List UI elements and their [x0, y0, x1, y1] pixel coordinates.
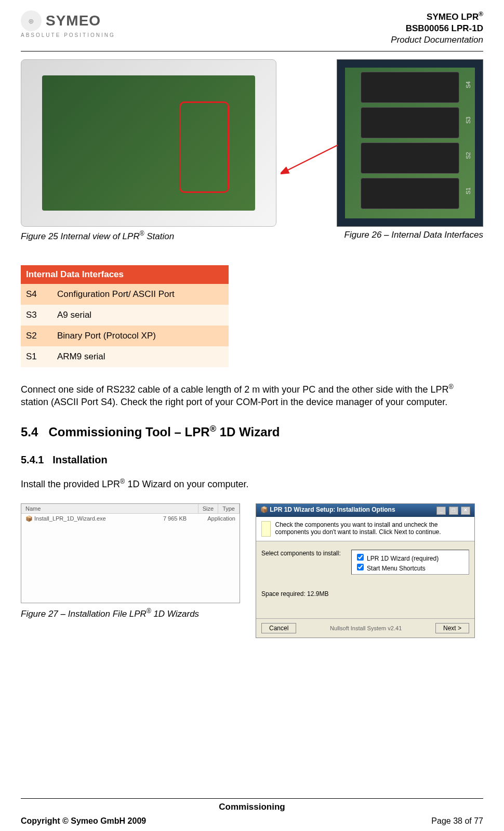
installer-titlebar: 📦 LPR 1D Wizard Setup: Installation Opti…	[256, 504, 474, 517]
logo-subtitle: ABSOLUTE POSITIONING	[21, 32, 115, 38]
installer-desc: Check the components you want to install…	[275, 521, 469, 537]
hdr-line2: BSB00056 LPR-1D	[391, 23, 483, 34]
explorer-window: Name Size Type 📦 Install_LPR_1D_Wizard.e…	[21, 503, 240, 603]
hdr-line1-pre: SYMEO LPR	[427, 12, 479, 22]
component-option-2[interactable]: Start Menu Shortcuts	[355, 562, 466, 572]
minimize-icon[interactable]: _	[436, 507, 446, 515]
table-row: S2 Binary Port (Protocol XP)	[21, 326, 229, 346]
hdr-line3: Product Documentation	[391, 34, 483, 46]
installer-icon	[261, 521, 271, 537]
next-button[interactable]: Next >	[435, 623, 469, 633]
interfaces-table: Internal Data Interfaces S4 Configuratio…	[21, 265, 229, 367]
close-icon[interactable]: ×	[461, 507, 470, 515]
page-footer: Commissioning Copyright © Symeo GmbH 200…	[21, 798, 483, 826]
header-right: SYMEO LPR® BSB00056 LPR-1D Product Docum…	[391, 10, 483, 46]
footer-page-number: Page 38 of 77	[431, 816, 483, 826]
figure-27-caption: Figure 27 – Installation File LPR® 1D Wi…	[21, 607, 240, 619]
highlight-box	[179, 101, 229, 193]
components-list: LPR 1D Wizard (required) Start Menu Shor…	[351, 550, 469, 575]
hdr-line1-sup: ®	[479, 10, 483, 18]
figure-26-caption: Figure 26 – Internal Data Interfaces	[312, 230, 483, 240]
cancel-button[interactable]: Cancel	[261, 623, 296, 633]
table-row: S4 Configuration Port/ ASCII Port	[21, 284, 229, 305]
logo-text: SYMEO	[46, 12, 101, 29]
space-required: Space required: 12.9MB	[261, 590, 469, 598]
installer-window: 📦 LPR 1D Wizard Setup: Installation Opti…	[256, 503, 475, 638]
explorer-file-row[interactable]: 📦 Install_LPR_1D_Wizard.exe 7 965 KB App…	[21, 514, 240, 524]
component-option-1[interactable]: LPR 1D Wizard (required)	[355, 552, 466, 562]
connect-paragraph: Connect one side of RS232 cable of a cab…	[21, 383, 483, 409]
footer-center: Commissioning	[21, 802, 483, 812]
footer-copyright: Copyright © Symeo GmbH 2009	[21, 816, 146, 826]
maximize-icon[interactable]: □	[449, 507, 458, 515]
select-components-label: Select components to install:	[261, 550, 341, 557]
logo-icon: ◎	[21, 10, 42, 31]
figure-25-caption: Figure 25 Internal view of LPR® Station	[21, 230, 301, 242]
install-paragraph: Install the provided LPR® 1D Wizard on y…	[21, 477, 483, 490]
table-row: S3 A9 serial	[21, 305, 229, 326]
logo-block: ◎ SYMEO ABSOLUTE POSITIONING	[21, 10, 115, 38]
section-5-4-1-heading: 5.4.1 Installation	[21, 454, 483, 466]
figure-row-1: Figure 25 Internal view of LPR® Station …	[21, 59, 483, 242]
nsis-label: Nullsoft Install System v2.41	[330, 625, 402, 631]
figure-25-image	[21, 59, 276, 227]
table-row: S1 ARM9 serial	[21, 346, 229, 367]
section-5-4-heading: 5.4 Commissioning Tool – LPR® 1D Wizard	[21, 424, 483, 439]
interfaces-table-header: Internal Data Interfaces	[21, 265, 229, 284]
figure-row-2: Name Size Type 📦 Install_LPR_1D_Wizard.e…	[21, 503, 483, 638]
figure-26-image: S4 S3 S2 S1	[337, 59, 483, 227]
page-header: ◎ SYMEO ABSOLUTE POSITIONING SYMEO LPR® …	[21, 10, 483, 51]
